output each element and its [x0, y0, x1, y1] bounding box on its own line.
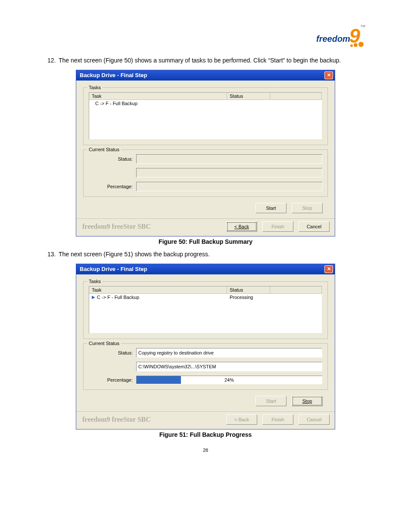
tasks-header: Task Status — [89, 93, 322, 100]
percentage-label: Percentage: — [89, 377, 136, 383]
cancel-button: Cancel — [299, 414, 330, 425]
back-button[interactable]: < Back — [226, 221, 257, 232]
document-page: freedom 9 TM 12.The next screen (Figure … — [0, 0, 411, 470]
status-grid: Status: Copying registry to destination … — [89, 348, 322, 384]
back-button: < Back — [226, 414, 257, 425]
logo-text: freedom — [316, 34, 350, 44]
step-12-text: 12.The next screen (Figure 50) shows a s… — [47, 56, 364, 65]
tasks-listview[interactable]: Task Status ▶ C -> F - Full Backup Proce… — [89, 286, 322, 333]
list-number: 13. — [47, 250, 59, 258]
current-status-group: Current Status Status: Percentage: — [83, 149, 328, 197]
col-blank — [270, 286, 322, 294]
logo-tm: TM — [360, 24, 365, 28]
table-row[interactable]: C -> F - Full Backup — [89, 100, 322, 107]
play-arrow-icon: ▶ — [92, 295, 95, 299]
start-button: Start — [255, 396, 286, 406]
start-stop-row: Start Stop — [83, 394, 328, 408]
page-number: 28 — [47, 448, 364, 453]
dialog-footer: freedom9 freeStor SBC < Back Finish Canc… — [76, 219, 335, 236]
finish-button: Finish — [262, 414, 293, 425]
col-task[interactable]: Task — [89, 93, 227, 100]
list-text: The next screen (Figure 51) shows the ba… — [59, 251, 210, 258]
close-icon: ✕ — [327, 266, 331, 272]
status-label: Status: — [89, 156, 136, 162]
task-text: C -> F - Full Backup — [95, 101, 137, 106]
status-value-2 — [136, 168, 322, 177]
brand-text: freedom9 freeStor SBC — [82, 223, 151, 230]
list-text: The next screen (Figure 50) shows a summ… — [59, 57, 341, 64]
col-status[interactable]: Status — [227, 93, 270, 100]
task-cell: ▶ C -> F - Full Backup — [89, 294, 227, 301]
step-13-text: 13.The next screen (Figure 51) shows the… — [47, 250, 364, 258]
wizard-buttons: < Back Finish Cancel — [226, 414, 330, 425]
task-text: C -> F - Full Backup — [97, 295, 139, 300]
percentage-label: Percentage: — [89, 184, 136, 189]
status-label: Status: — [89, 350, 136, 355]
wizard-buttons: < Back Finish Cancel — [226, 221, 330, 232]
dialog-titlebar[interactable]: Backup Drive - Final Step ✕ — [76, 70, 335, 81]
progress-text: 24% — [137, 376, 322, 384]
finish-button: Finish — [262, 221, 293, 232]
list-number: 12. — [47, 56, 59, 65]
tasks-group: Tasks Task Status C -> F - Full Backup — [83, 87, 328, 145]
current-status-legend: Current Status — [87, 147, 121, 152]
col-status[interactable]: Status — [227, 286, 270, 294]
status-value-2: C:\WINDOWS\system32\...\SYSTEM — [136, 362, 322, 371]
brand-text: freedom9 freeStor SBC — [82, 416, 151, 423]
close-icon: ✕ — [327, 72, 331, 78]
dialog-body: Tasks Task Status ▶ C -> F - Full Backup… — [76, 274, 335, 411]
tasks-legend: Tasks — [87, 85, 103, 90]
dialog-title: Backup Drive - Final Step — [80, 72, 147, 78]
logo-dots-icon — [350, 41, 364, 48]
tasks-legend: Tasks — [87, 279, 103, 284]
stop-label: Stop — [302, 398, 312, 404]
dialog-backup-final-step-51: Backup Drive - Final Step ✕ Tasks Task S… — [76, 264, 335, 429]
dialog-footer: freedom9 freeStor SBC < Back Finish Canc… — [76, 412, 335, 429]
col-blank — [270, 93, 322, 100]
back-label: < Back — [234, 224, 249, 229]
start-button[interactable]: Start — [255, 203, 286, 213]
figure-50-caption: Figure 50: Full Backup Summary — [47, 238, 364, 245]
close-button[interactable]: ✕ — [324, 72, 333, 79]
current-status-group: Current Status Status: Copying registry … — [83, 343, 328, 390]
status-grid: Status: Percentage: — [89, 154, 322, 191]
stop-button: Stop — [292, 203, 323, 213]
status-cell — [227, 100, 270, 107]
status-value-1 — [136, 154, 322, 164]
start-stop-row: Start Stop — [83, 201, 328, 215]
dialog-titlebar[interactable]: Backup Drive - Final Step ✕ — [76, 264, 335, 274]
status-cell: Processing — [227, 294, 270, 301]
progress-bar: 24% — [136, 376, 322, 384]
logo-row: freedom 9 TM — [47, 26, 364, 53]
status-value-1: Copying registry to destination drive — [136, 348, 322, 358]
tasks-group: Tasks Task Status ▶ C -> F - Full Backup… — [83, 281, 328, 339]
current-status-legend: Current Status — [87, 341, 121, 346]
table-row[interactable]: ▶ C -> F - Full Backup Processing — [89, 294, 322, 301]
dialog-title: Backup Drive - Final Step — [80, 266, 147, 272]
percentage-display — [136, 182, 322, 191]
dialog-body: Tasks Task Status C -> F - Full Backup — [76, 81, 335, 218]
close-button[interactable]: ✕ — [324, 265, 333, 273]
task-cell: C -> F - Full Backup — [89, 100, 227, 107]
tasks-header: Task Status — [89, 286, 322, 294]
figure-51-caption: Figure 51: Full Backup Progress — [47, 431, 364, 438]
cancel-button[interactable]: Cancel — [299, 221, 330, 232]
freedom9-logo: freedom 9 TM — [316, 26, 364, 52]
dialog-backup-final-step-50: Backup Drive - Final Step ✕ Tasks Task S… — [76, 70, 335, 236]
tasks-listview[interactable]: Task Status C -> F - Full Backup — [89, 92, 322, 140]
stop-button[interactable]: Stop — [292, 396, 323, 406]
col-task[interactable]: Task — [89, 286, 227, 294]
